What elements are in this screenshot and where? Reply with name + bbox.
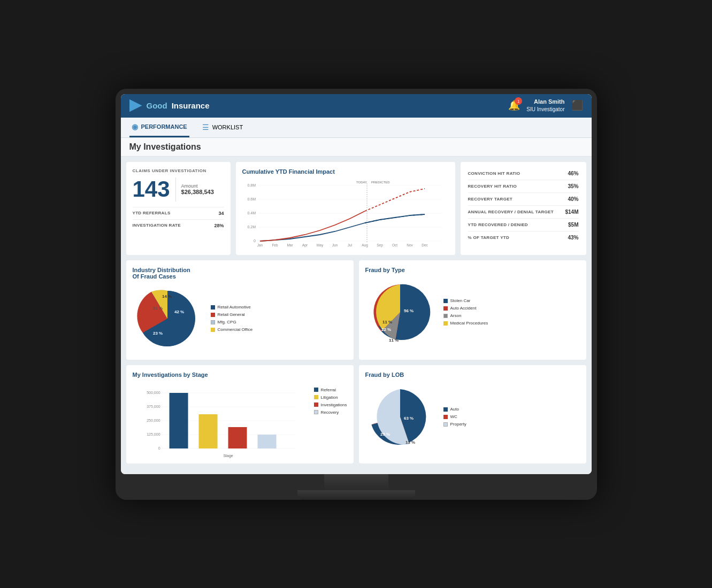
svg-text:23 %: 23 % (153, 331, 163, 336)
line-chart-container: 0.8M 0.6M 0.4M 0.2M 0 (242, 179, 449, 249)
notification-button[interactable]: 🔔 1 (508, 99, 520, 111)
metric-row: YTD RECOVERED / DENIED$5M (468, 219, 579, 231)
svg-text:0.8M: 0.8M (247, 183, 256, 187)
metric-row: % OF TARGET YTD43% (468, 231, 579, 244)
monitor-stand (121, 474, 592, 500)
svg-text:25 %: 25 % (380, 432, 390, 437)
svg-text:375,000: 375,000 (147, 405, 160, 408)
svg-rect-51 (257, 435, 276, 448)
fraud-type-pie-container: 56 % 22 % 11 % 11 % Stolen Car (365, 277, 580, 347)
svg-text:0.6M: 0.6M (247, 197, 256, 201)
nav-worklist[interactable]: ☰ WORKLIST (200, 118, 245, 137)
stand-base (297, 490, 415, 500)
svg-text:0: 0 (254, 239, 256, 243)
svg-text:Oct: Oct (392, 243, 397, 247)
svg-text:0.4M: 0.4M (247, 211, 256, 215)
property-color (443, 422, 448, 427)
svg-text:Jan: Jan (257, 243, 263, 247)
inv-label: INVESTIGATION RATE (133, 223, 181, 228)
legend-auto: Auto (443, 407, 466, 412)
ytd-chart-card: Cumulative YTD Financial Impact 0.8M 0.6… (236, 162, 455, 255)
svg-text:22 %: 22 % (381, 327, 391, 332)
svg-text:Feb: Feb (272, 243, 278, 247)
legend-arson: Arson (443, 313, 488, 318)
worklist-label: WORKLIST (212, 124, 243, 130)
fraud-lob-pie-svg: 63 % 25 % 13 % (365, 382, 435, 452)
sub-navigation: ◉ PERFORMANCE ☰ WORKLIST (121, 118, 592, 138)
retail-auto-color (211, 305, 215, 310)
fraud-type-title: Fraud by Type (365, 267, 580, 273)
fraud-lob-chart-card: Fraud by LOB 63 % 25 % (359, 365, 586, 463)
retail-general-color (211, 313, 215, 317)
user-info: Alan Smith SIU Investigator (526, 98, 564, 113)
stage-legend: Referral Litigation Investigations (314, 382, 347, 457)
nav-performance[interactable]: ◉ PERFORMANCE (129, 118, 189, 137)
claims-header: CLAIMS UNDER INVESTIGATION (133, 168, 224, 173)
user-name: Alan Smith (526, 98, 564, 106)
svg-text:Jul: Jul (347, 243, 352, 247)
worklist-icon: ☰ (202, 123, 209, 131)
claims-amount-block: Amount $26,388,543 (181, 183, 214, 195)
svg-rect-50 (228, 427, 247, 448)
legend-investigations: Investigations (314, 403, 347, 407)
legend-property: Property (443, 422, 466, 427)
screen: GoodInsurance 🔔 1 Alan Smith SIU Investi… (121, 94, 592, 474)
stage-chart-title: My Investigations by Stage (133, 372, 347, 378)
nav-right: 🔔 1 Alan Smith SIU Investigator ⬛ (508, 98, 583, 113)
legend-recovery: Recovery (314, 410, 347, 415)
top-row: CLAIMS UNDER INVESTIGATION 143 Amount $2… (126, 162, 586, 255)
svg-text:PREDICTED: PREDICTED (371, 181, 390, 184)
line-chart-svg: 0.8M 0.6M 0.4M 0.2M 0 (242, 179, 449, 249)
stage-chart-card: My Investigations by Stage 500,000 375,0… (126, 365, 354, 463)
mfg-color (211, 320, 215, 324)
claims-amount-label: Amount (181, 183, 214, 189)
ytd-referrals-row: YTD REFERRALS 34 (133, 207, 224, 219)
legend-wc: WC (443, 414, 466, 419)
arson-color (443, 314, 448, 318)
logout-button[interactable]: ⬛ (571, 99, 583, 111)
notification-badge: 1 (515, 97, 522, 105)
svg-text:11 %: 11 % (389, 338, 399, 343)
claims-number-row: 143 Amount $26,388,543 (133, 177, 224, 202)
claims-divider (175, 177, 176, 202)
ytd-value: 34 (218, 211, 224, 216)
fraud-type-legend: Stolen Car Auto Accident Arson (443, 298, 488, 326)
metrics-card: CONVICTION HIT RATIO46%RECOVERY HIT RATI… (461, 162, 586, 255)
svg-text:Mar: Mar (287, 243, 293, 247)
legend-commercial: Commercial Office (211, 327, 253, 332)
bar-chart-svg: 500,000 375,000 250,000 125,000 0 (133, 388, 308, 462)
svg-text:56 %: 56 % (404, 308, 414, 313)
svg-rect-49 (198, 414, 217, 448)
bot-row: My Investigations by Stage 500,000 375,0… (126, 365, 586, 463)
auto-accident-color (443, 306, 448, 311)
legend-medical: Medical Procedures (443, 321, 488, 326)
inv-value: 28% (214, 223, 224, 228)
ytd-label: YTD REFERRALS (133, 211, 171, 215)
logo-icon (129, 99, 142, 112)
legend-auto-accident: Auto Accident (443, 306, 488, 311)
legend-litigation: Litigation (314, 395, 347, 400)
litigation-color (314, 395, 318, 399)
fraud-lob-title: Fraud by LOB (365, 372, 580, 378)
mid-row: Industry DistributionOf Fraud Cases (126, 260, 586, 360)
svg-text:21 %: 21 % (153, 306, 163, 311)
fraud-lob-legend: Auto WC Property (443, 407, 466, 427)
svg-text:May: May (316, 243, 323, 247)
svg-text:Apr: Apr (302, 243, 308, 247)
legend-mfg: Mfg. CPG (211, 320, 253, 324)
industry-pie-svg: 42 % 23 % 21 % 14 % (133, 284, 202, 353)
svg-text:0.2M: 0.2M (247, 225, 256, 229)
recovery-color (314, 410, 318, 414)
svg-text:0: 0 (158, 446, 160, 450)
svg-text:42 %: 42 % (174, 310, 184, 314)
fraud-type-pie-svg: 56 % 22 % 11 % 11 % (365, 277, 435, 347)
svg-text:250,000: 250,000 (147, 419, 160, 422)
performance-icon: ◉ (132, 122, 138, 131)
performance-label: PERFORMANCE (141, 123, 187, 130)
metric-row: RECOVERY TARGET40% (468, 193, 579, 206)
svg-text:Nov: Nov (407, 243, 413, 247)
investigation-rate-row: INVESTIGATION RATE 28% (133, 219, 224, 231)
metric-row: RECOVERY HIT RATIO35% (468, 180, 579, 193)
metric-row: CONVICTION HIT RATIO46% (468, 167, 579, 180)
industry-chart-title: Industry DistributionOf Fraud Cases (133, 267, 347, 280)
